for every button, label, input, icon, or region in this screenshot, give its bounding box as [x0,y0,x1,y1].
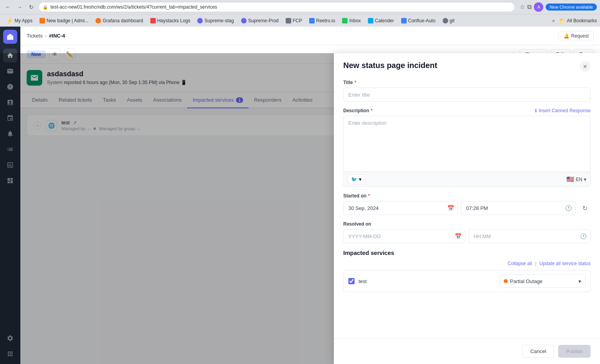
flag-icon: 🇺🇸 [566,176,574,183]
bookmarks-bar: ⚡ My Apps New badge | Admi... Grafana da… [0,14,600,27]
impacted-services-title: Impacted services [343,249,591,256]
resolved-on-group: Resolved on 📅 🕐 [343,221,591,243]
ticket-id: #INC-4 [49,33,65,39]
bookmark-reetro-label: Reetro.io [316,18,335,23]
publish-button[interactable]: Publish [558,345,591,358]
all-bookmarks[interactable]: 📁 All Bookmarks [559,18,597,23]
started-on-group: Started on * 📅 🕐 ↻ [343,193,591,215]
bookmark-new-badge-label: New badge | Admi... [47,18,88,23]
bookmark-git-label: git [450,18,455,23]
bookmark-supreme-stag-label: Supreme-stag [204,18,234,23]
started-on-row: 📅 🕐 ↻ [343,201,591,215]
header-actions: 🔔 Request [559,31,594,41]
bookmark-supreme-stag[interactable]: Supreme-stag [194,17,237,24]
cancel-button[interactable]: Cancel [522,345,554,358]
panel-footer: Cancel Publish [334,338,600,364]
panel-close-button[interactable]: ✕ [580,61,591,72]
bookmark-git[interactable]: git [440,17,458,24]
lock-icon: 🔒 [43,5,48,10]
description-textarea[interactable] [343,116,591,170]
bookmark-inbox-label: Inbox [349,18,360,23]
bookmark-calender-label: Calender [375,18,394,23]
desc-required: * [371,108,373,113]
extensions-icon[interactable]: ⧉ [527,4,532,11]
bookmark-grafana-label: Grafana dashboard [103,18,143,23]
forward-button[interactable]: → [15,2,24,12]
bookmark-inbox[interactable]: Inbox [339,17,364,24]
browser-bar: ← → ↻ 🔒 test-acc-new01.freshcmdb.com/ws/… [0,0,600,14]
section-actions: Collapse all | Update all service status [343,261,591,266]
refresh-button[interactable]: ↻ [579,202,591,214]
bookmark-supreme-prod[interactable]: Supreme-Prod [238,17,282,24]
breadcrumb-separator: › [45,33,47,39]
bookmark-my-apps[interactable]: ⚡ My Apps [3,17,36,25]
started-required: * [368,193,370,199]
started-date-input[interactable] [343,201,458,215]
bookmarks-more[interactable]: » [550,17,557,24]
title-required: * [354,80,356,85]
info-icon: ℹ [535,108,537,113]
bookmark-new-badge[interactable]: New badge | Admi... [36,17,92,24]
resolved-date-input[interactable] [343,229,465,243]
tickets-link[interactable]: Tickets [27,33,43,39]
service-checkbox[interactable] [348,278,355,284]
language-select[interactable]: 🇺🇸 EN ▾ [566,176,586,183]
bookmark-reetro[interactable]: Reetro.io [306,17,339,24]
bookmark-fcp[interactable]: FCP [283,17,305,24]
started-date-wrap: 📅 [343,201,458,215]
reload-button[interactable]: ↻ [27,2,36,12]
lang-chevron: ▾ [584,177,586,182]
collapse-all-link[interactable]: Collapse all [508,261,532,266]
impacted-services-section: Impacted services Collapse all | Update … [343,249,591,292]
bookmark-calender[interactable]: Calender [365,17,397,24]
started-on-label: Started on * [343,193,591,199]
section-separator: | [535,261,536,266]
panel-body: Title * Description * ℹ Insert Canned Re… [334,72,600,338]
description-group: Description * ℹ Insert Canned Response 🐦… [343,108,591,187]
star-icon[interactable]: ☆ [520,4,525,11]
browser-actions: ☆ ⧉ A New Chrome available [520,2,597,12]
url-bar[interactable]: 🔒 test-acc-new01.freshcmdb.com/ws/2/a/ti… [38,2,515,12]
title-group: Title * [343,80,591,102]
title-input[interactable] [343,88,591,102]
url-text: test-acc-new01.freshcmdb.com/ws/2/a/tick… [50,4,217,10]
bookmark-grafana[interactable]: Grafana dashboard [92,17,146,24]
textarea-footer: 🐦 ▾ 🇺🇸 EN ▾ [343,172,591,187]
bookmark-conflue[interactable]: Conflue-Auto [398,17,439,24]
bell-icon: 🔔 [564,33,569,39]
breadcrumb: Tickets › #INC-4 [27,33,65,39]
service-label: test [359,278,495,284]
emoji-chevron: ▾ [359,176,362,182]
bookmark-fcp-label: FCP [293,18,302,23]
app-logo [3,30,17,44]
outage-label: Partial Outage [510,278,576,284]
emoji-button[interactable]: 🐦 ▾ [348,174,365,184]
side-panel: New status page incident ✕ Title * Descr… [334,53,600,364]
bookmark-haystacks-label: Haystacks Logs [157,18,191,23]
service-row: test Partial Outage ▾ [343,270,591,292]
bookmark-folder-icon: 📁 [559,18,565,23]
title-label: Title * [343,80,591,85]
back-button[interactable]: ← [3,2,13,12]
app-container: Tickets › #INC-4 🔔 Request New 👁 ✏️ ☆ Sh… [0,27,600,364]
bookmark-conflue-label: Conflue-Auto [408,18,436,23]
started-time-wrap: 🕐 [461,201,576,215]
resolved-on-row: 📅 🕐 [343,229,591,243]
new-chrome-badge[interactable]: New Chrome available [546,4,597,11]
bookmark-supreme-prod-label: Supreme-Prod [248,18,279,23]
resolved-time-wrap: 🕐 [468,229,591,243]
insert-canned-button[interactable]: ℹ Insert Canned Response [535,108,591,113]
resolved-time-input[interactable] [468,229,591,243]
update-all-link[interactable]: Update all service status [539,261,591,266]
outage-select[interactable]: Partial Outage ▾ [499,274,586,288]
bookmark-haystacks[interactable]: Haystacks Logs [147,17,194,24]
description-label: Description * [343,108,373,113]
request-button[interactable]: 🔔 Request [559,31,594,41]
emoji-icon: 🐦 [351,176,357,182]
bookmark-my-apps-label: My Apps [14,18,32,23]
started-time-input[interactable] [461,201,576,215]
desc-header: Description * ℹ Insert Canned Response [343,108,591,113]
outage-chevron: ▾ [578,278,581,284]
panel-header: New status page incident ✕ [334,53,600,72]
profile-avatar[interactable]: A [534,2,543,12]
